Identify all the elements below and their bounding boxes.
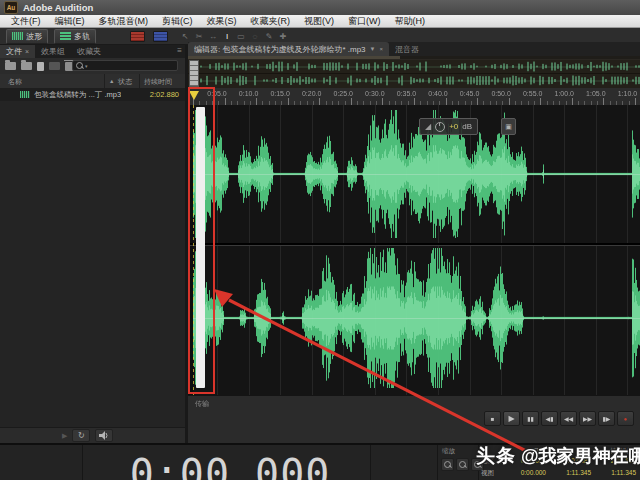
menu-favorites[interactable]: 收藏夹(R): [244, 15, 298, 28]
tab-mixer[interactable]: 混音器: [389, 42, 425, 56]
insert-into-multitrack-icon[interactable]: [49, 62, 60, 70]
navigator-zoom-handle[interactable]: [189, 60, 199, 87]
slip-tool-icon[interactable]: ↔: [206, 30, 220, 43]
ruler-major-ticks: [193, 98, 640, 105]
multitrack-icon: [60, 32, 71, 40]
time-display: 0:00.000: [90, 451, 370, 480]
watermark: 头条 @我家男神在哪: [476, 443, 640, 469]
spectral-pitch-display-icon[interactable]: [153, 31, 168, 42]
time-selection-tool-icon[interactable]: I: [220, 30, 234, 43]
brush-selection-tool-icon[interactable]: ✎: [262, 30, 276, 43]
speaker-icon: [99, 431, 109, 440]
column-name[interactable]: 名称: [8, 77, 22, 87]
selection-row-label: 视图: [481, 469, 501, 478]
razor-tool-icon[interactable]: ✂: [192, 30, 206, 43]
search-input[interactable]: ▾: [72, 60, 178, 71]
hud-gain-value[interactable]: +0: [449, 122, 458, 131]
marquee-selection-tool-icon[interactable]: ▭: [234, 30, 248, 43]
title-bar: Au Adobe Audition: [0, 0, 640, 15]
selection-value[interactable]: 0:00.000: [501, 469, 546, 478]
zoom-panel: 缩放: [438, 445, 478, 480]
waveform-view-label: 波形: [26, 31, 42, 42]
menu-multitrack[interactable]: 多轨混音(M): [92, 15, 156, 28]
gain-knob-icon[interactable]: [435, 122, 445, 132]
skip-to-end-button[interactable]: ▮▶: [598, 411, 615, 426]
fast-forward-button[interactable]: ▶▶: [579, 411, 596, 426]
hud-gain-unit: dB: [462, 122, 472, 131]
sort-ascending-icon[interactable]: ▲: [109, 78, 114, 84]
menu-file[interactable]: 文件(F): [4, 15, 48, 28]
spectral-frequency-display-icon[interactable]: [130, 31, 145, 42]
audio-file-icon: [20, 91, 30, 98]
zoom-panel-label: 缩放: [442, 447, 455, 456]
multitrack-view-button[interactable]: 多轨: [54, 29, 96, 44]
panel-menu-icon[interactable]: ≡: [177, 46, 182, 55]
loop-playback-button[interactable]: ↻: [72, 429, 90, 442]
healing-brush-tool-icon[interactable]: ✚: [276, 30, 290, 43]
chevron-down-icon[interactable]: ▼: [370, 46, 376, 52]
lasso-selection-tool-icon[interactable]: ◌: [248, 30, 262, 43]
stop-button[interactable]: ■: [484, 411, 501, 426]
close-icon[interactable]: ×: [380, 46, 384, 52]
ruler-tick-label: 0:15.0: [270, 90, 289, 97]
search-dropdown-icon[interactable]: ▾: [85, 63, 88, 69]
column-duration[interactable]: 持续时间: [144, 77, 172, 87]
tab-effects-rack[interactable]: 效果组: [35, 45, 71, 58]
editor-tabs: 编辑器: 包装盒线稿转为虚线及外轮廓绘功* .mp3 ▼ × 混音器: [188, 42, 640, 56]
open-file-icon[interactable]: [5, 62, 16, 70]
pause-button[interactable]: ▮▮: [522, 411, 539, 426]
overview-waveform: [188, 60, 640, 88]
menu-edit[interactable]: 编辑(E): [48, 15, 92, 28]
ruler-tick-label: 0:25.0: [334, 90, 353, 97]
menu-view[interactable]: 视图(V): [297, 15, 341, 28]
new-file-icon[interactable]: [37, 62, 44, 71]
file-duration: 2:02.880: [150, 90, 179, 99]
transport-label[interactable]: 传输: [195, 399, 209, 409]
files-panel-footer: ▶ ↻: [0, 427, 185, 443]
files-panel: 文件 × 效果组 收藏夹 ≡ ▾ 名称 ▲ 状态: [0, 45, 185, 443]
file-row[interactable]: 包装盒线稿转为 ...丁 .mp3 2:02.880: [0, 88, 185, 101]
zoom-out-button[interactable]: [456, 458, 469, 471]
ruler-tick-label: 0:35.0: [397, 90, 416, 97]
waveform-display[interactable]: ◢ +0 dB ▣: [188, 105, 640, 395]
selection-value[interactable]: 1:11.345: [591, 469, 636, 478]
skip-to-start-button[interactable]: ◀▮: [541, 411, 558, 426]
ruler-tick-label: 0:40.0: [428, 90, 447, 97]
selection-value[interactable]: 1:11.345: [546, 469, 591, 478]
tab-effects-label: 效果组: [41, 46, 65, 57]
tab-files[interactable]: 文件 ×: [0, 45, 35, 58]
hud-pin-button[interactable]: ▣: [501, 118, 516, 135]
ruler-tick-label: 0:45.0: [460, 90, 479, 97]
navigator-scroll-thumb[interactable]: [188, 56, 400, 59]
multitrack-view-label: 多轨: [74, 31, 90, 42]
timeline-ruler[interactable]: 0:05.00:10.00:15.00:20.00:25.00:30.00:35…: [188, 88, 640, 106]
ruler-tick-label: 0:30.0: [365, 90, 384, 97]
record-button[interactable]: ●: [617, 411, 634, 426]
import-file-icon[interactable]: [21, 62, 32, 70]
app-logo-icon: Au: [4, 1, 18, 14]
menu-clip[interactable]: 剪辑(C): [155, 15, 200, 28]
tab-favorites[interactable]: 收藏夹: [71, 45, 107, 58]
tab-editor[interactable]: 编辑器: 包装盒线稿转为虚线及外轮廓绘功* .mp3 ▼ ×: [188, 42, 389, 56]
preview-play-icon[interactable]: ▶: [62, 432, 67, 440]
overview-navigator[interactable]: [188, 56, 640, 89]
ruler-tick-label: 0:20.0: [302, 90, 321, 97]
menu-window[interactable]: 窗口(W): [341, 15, 388, 28]
transport-bar: 传输 ■▶▮▮◀▮◀◀▶▶▮▶●: [188, 395, 640, 444]
volume-hud[interactable]: ◢ +0 dB: [419, 118, 478, 135]
mixer-tab-label: 混音器: [395, 44, 419, 55]
close-icon[interactable]: ×: [25, 48, 29, 55]
rewind-button[interactable]: ◀◀: [560, 411, 577, 426]
fade-icon[interactable]: ◢: [425, 123, 431, 131]
waveform-view-button[interactable]: 波形: [6, 29, 48, 44]
column-status[interactable]: 状态: [118, 77, 132, 87]
auto-play-button[interactable]: [95, 429, 113, 442]
menu-help[interactable]: 帮助(H): [388, 15, 433, 28]
zoom-in-button[interactable]: [441, 458, 454, 471]
move-tool-icon[interactable]: ↖: [178, 30, 192, 43]
menu-effects[interactable]: 效果(S): [200, 15, 244, 28]
ruler-tick-label: 1:05.0: [586, 90, 605, 97]
tab-favorites-label: 收藏夹: [77, 46, 101, 57]
play-button[interactable]: ▶: [503, 411, 520, 426]
ruler-tick-label: 1:00.0: [555, 90, 574, 97]
